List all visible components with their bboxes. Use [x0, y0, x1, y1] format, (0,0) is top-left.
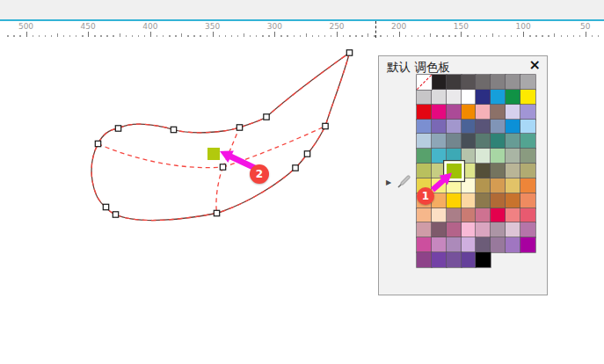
- palette-swatch[interactable]: [417, 208, 432, 223]
- curve-outline[interactable]: [91, 53, 349, 221]
- curve-node[interactable]: [103, 204, 108, 209]
- palette-swatch[interactable]: [491, 178, 506, 193]
- palette-swatch[interactable]: [520, 90, 535, 105]
- palette-swatch[interactable]: [447, 105, 462, 120]
- curve-node[interactable]: [304, 151, 309, 157]
- palette-swatch[interactable]: [417, 252, 432, 267]
- palette-swatch[interactable]: [520, 120, 535, 135]
- curve-node[interactable]: [237, 125, 242, 130]
- palette-swatch[interactable]: [491, 105, 506, 120]
- palette-swatch[interactable]: [476, 193, 491, 208]
- curve-node[interactable]: [264, 114, 269, 120]
- palette-swatch[interactable]: [491, 164, 506, 178]
- flyout-arrow-icon[interactable]: ▶: [386, 178, 391, 186]
- palette-swatch[interactable]: [491, 149, 506, 164]
- palette-swatch[interactable]: [462, 120, 477, 135]
- palette-swatch[interactable]: [462, 193, 477, 208]
- palette-swatch[interactable]: [432, 120, 447, 135]
- palette-swatch[interactable]: [506, 193, 520, 208]
- palette-swatch[interactable]: [520, 134, 535, 149]
- eyedropper-icon[interactable]: [397, 173, 412, 193]
- palette-swatch[interactable]: [432, 75, 447, 90]
- palette-swatch[interactable]: [476, 208, 491, 223]
- palette-swatch[interactable]: [476, 120, 491, 135]
- palette-swatch[interactable]: [447, 75, 462, 90]
- curve-node[interactable]: [113, 212, 118, 217]
- palette-swatch[interactable]: [506, 75, 520, 90]
- palette-swatch[interactable]: [520, 222, 535, 237]
- palette-swatch[interactable]: [432, 134, 447, 149]
- palette-swatch[interactable]: [506, 178, 520, 193]
- palette-swatch[interactable]: [520, 193, 535, 208]
- palette-swatch[interactable]: [447, 120, 462, 135]
- palette-swatch[interactable]: [417, 120, 432, 135]
- palette-swatch[interactable]: [491, 237, 506, 252]
- curve-node[interactable]: [346, 50, 352, 55]
- palette-swatch[interactable]: [432, 222, 447, 237]
- curve-node[interactable]: [214, 210, 219, 215]
- close-icon[interactable]: ×: [529, 57, 541, 73]
- no-color-swatch[interactable]: [417, 75, 432, 90]
- palette-swatch[interactable]: [506, 149, 520, 164]
- palette-swatch[interactable]: [506, 222, 520, 237]
- palette-swatch[interactable]: [462, 237, 477, 252]
- palette-swatch[interactable]: [506, 134, 520, 149]
- palette-swatch[interactable]: [462, 252, 477, 267]
- palette-swatch[interactable]: [520, 178, 535, 193]
- palette-swatch[interactable]: [506, 90, 520, 105]
- palette-swatch[interactable]: [417, 134, 432, 149]
- palette-swatch[interactable]: [447, 193, 462, 208]
- palette-swatch[interactable]: [417, 149, 432, 164]
- palette-swatch[interactable]: [476, 237, 491, 252]
- palette-swatch[interactable]: [506, 120, 520, 135]
- palette-swatch[interactable]: [447, 134, 462, 149]
- palette-swatch[interactable]: [491, 208, 506, 223]
- palette-swatch[interactable]: [462, 75, 477, 90]
- palette-swatch[interactable]: [506, 105, 520, 120]
- palette-swatch[interactable]: [476, 178, 491, 193]
- palette-swatch[interactable]: [476, 149, 491, 164]
- curve-node[interactable]: [115, 126, 120, 131]
- palette-swatch[interactable]: [432, 208, 447, 223]
- palette-swatch[interactable]: [520, 75, 535, 90]
- curve-node[interactable]: [220, 164, 225, 170]
- palette-swatch[interactable]: [491, 222, 506, 237]
- palette-swatch[interactable]: [520, 208, 535, 223]
- palette-swatch[interactable]: [432, 90, 447, 105]
- palette-swatch[interactable]: [462, 105, 477, 120]
- palette-swatch[interactable]: [476, 164, 491, 178]
- palette-swatch[interactable]: [417, 105, 432, 120]
- selected-palette-swatch[interactable]: [444, 161, 463, 180]
- palette-swatch[interactable]: [491, 120, 506, 135]
- palette-swatch[interactable]: [417, 222, 432, 237]
- palette-swatch[interactable]: [447, 237, 462, 252]
- palette-swatch[interactable]: [432, 105, 447, 120]
- palette-swatch[interactable]: [462, 222, 477, 237]
- palette-swatch[interactable]: [417, 90, 432, 105]
- curve-node[interactable]: [323, 123, 328, 128]
- palette-swatch[interactable]: [506, 237, 520, 252]
- palette-swatch[interactable]: [447, 252, 462, 267]
- palette-swatch[interactable]: [520, 237, 535, 252]
- palette-swatch[interactable]: [506, 164, 520, 178]
- palette-swatch[interactable]: [447, 222, 462, 237]
- vein-dashed-path[interactable]: [216, 167, 223, 214]
- palette-swatch[interactable]: [476, 75, 491, 90]
- vein-dashed-path[interactable]: [98, 144, 223, 168]
- palette-swatch[interactable]: [432, 237, 447, 252]
- vein-dashed-path[interactable]: [223, 127, 240, 167]
- palette-swatch[interactable]: [476, 90, 491, 105]
- palette-swatch[interactable]: [476, 222, 491, 237]
- palette-swatch[interactable]: [432, 252, 447, 267]
- palette-swatch[interactable]: [447, 208, 462, 223]
- palette-swatch[interactable]: [417, 237, 432, 252]
- palette-swatch[interactable]: [491, 90, 506, 105]
- palette-swatch[interactable]: [447, 90, 462, 105]
- palette-swatch[interactable]: [491, 134, 506, 149]
- palette-swatch[interactable]: [491, 75, 506, 90]
- palette-swatch[interactable]: [476, 105, 491, 120]
- palette-swatch[interactable]: [520, 149, 535, 164]
- curve-node[interactable]: [95, 141, 100, 146]
- palette-panel-title[interactable]: 默认 调色板: [387, 60, 450, 76]
- vein-dashed-path[interactable]: [223, 127, 326, 168]
